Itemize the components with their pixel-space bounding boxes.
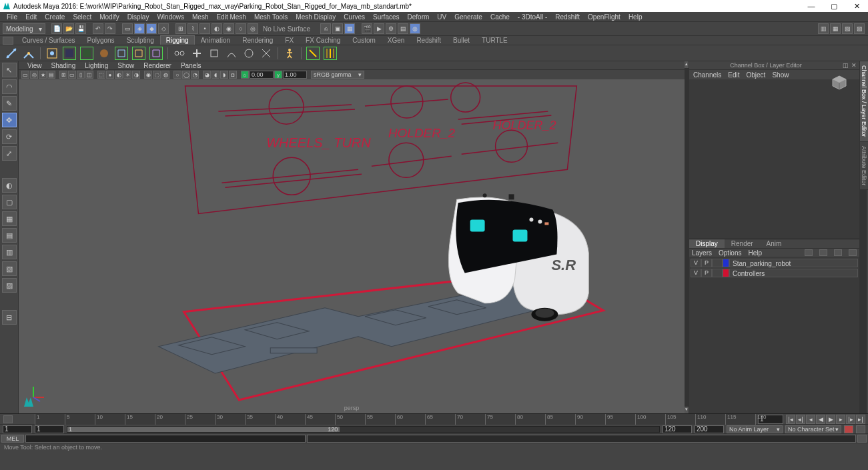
vp-menu-view[interactable]: View: [23, 62, 47, 69]
channel-menu-channels[interactable]: Channels: [693, 71, 721, 79]
select-component-button[interactable]: ◆: [146, 23, 157, 34]
layer-tab-anim[interactable]: Anim: [760, 239, 789, 248]
viewport-3d[interactable]: WHEELS_ TURN HOLDER_2 HOLDER_2: [19, 79, 685, 413]
vp-btn-image[interactable]: ▤: [47, 71, 55, 79]
step-back-button[interactable]: ◂: [806, 415, 815, 424]
highlight-button[interactable]: ▦: [344, 23, 355, 34]
command-input[interactable]: [25, 435, 306, 443]
menu-help[interactable]: Help: [624, 13, 646, 21]
vp-btn-gate[interactable]: ▯: [77, 71, 85, 79]
vp-btn-smooth[interactable]: ●: [106, 71, 114, 79]
shelf-icon-mirror-1[interactable]: [115, 47, 128, 60]
layer-menu-options[interactable]: Options: [719, 249, 741, 257]
undo-button[interactable]: ↶: [93, 23, 103, 34]
layout-button-1[interactable]: ▥: [818, 23, 829, 34]
menu-mesh-display[interactable]: Mesh Display: [292, 13, 340, 21]
snap-center-button[interactable]: ○: [236, 23, 246, 34]
layer-color-swatch[interactable]: [723, 259, 729, 267]
menu-edit-mesh[interactable]: Edit Mesh: [212, 13, 250, 21]
vp-colorspace-select[interactable]: sRGB gamma▾: [311, 71, 364, 79]
shelf-icon-joint[interactable]: [5, 47, 18, 60]
vp-btn-xrayj[interactable]: ◍: [161, 71, 169, 79]
menu-uv[interactable]: UV: [433, 13, 450, 21]
vp-btn-a[interactable]: ◖: [211, 71, 220, 79]
dock-tab-attribute-editor[interactable]: Attribute Editor: [860, 142, 868, 191]
vp-btn-res[interactable]: ◫: [85, 71, 93, 79]
viewcube-icon[interactable]: [831, 75, 847, 92]
shelf-tab-bullet[interactable]: Bullet: [447, 35, 476, 45]
shelf-tab-turtle[interactable]: TURTLE: [476, 35, 514, 45]
menu-select[interactable]: Select: [69, 13, 95, 21]
shelf-menu-button[interactable]: [3, 37, 13, 45]
vp-menu-lighting[interactable]: Lighting: [80, 62, 113, 69]
layer-visibility-toggle[interactable]: V: [691, 269, 701, 277]
vp-btn-lights[interactable]: ☀: [123, 71, 131, 79]
lasso-tool[interactable]: ◠: [2, 79, 17, 94]
shelf-icon-paint[interactable]: [97, 47, 111, 60]
panel-dock-icon[interactable]: ◫: [843, 61, 849, 70]
panel-close-icon[interactable]: ✕: [851, 61, 857, 70]
layout-uv[interactable]: ▨: [2, 278, 17, 293]
redo-button[interactable]: ↷: [105, 23, 115, 34]
vp-btn-bookmark[interactable]: ★: [39, 71, 47, 79]
ipr-button[interactable]: ▶: [374, 23, 384, 34]
vp-btn-shadows[interactable]: ◑: [132, 71, 140, 79]
dock-tab-channelbox[interactable]: Channel Box / Layer Editor: [860, 61, 868, 142]
vp-btn-film[interactable]: ▭: [68, 71, 76, 79]
layer-menu-help[interactable]: Help: [748, 249, 762, 257]
vp-menu-renderer[interactable]: Renderer: [139, 62, 176, 69]
layer-tab-display[interactable]: Display: [689, 239, 725, 248]
layer-visibility-toggle[interactable]: V: [691, 259, 701, 267]
shelf-icon-mirror-2[interactable]: [132, 47, 145, 60]
menu-cache[interactable]: Cache: [486, 13, 514, 21]
shelf-tab-fx[interactable]: FX: [279, 35, 300, 45]
vp-btn-msaa[interactable]: ◯: [182, 71, 190, 79]
construction-history-button[interactable]: ⎌: [320, 23, 331, 34]
layout-four[interactable]: ▦: [2, 211, 17, 226]
shelf-icon-constraint-6[interactable]: [260, 47, 273, 60]
menu-openflight[interactable]: OpenFlight: [584, 13, 624, 21]
vp-btn-c[interactable]: ◘: [229, 71, 237, 79]
layout-hyper[interactable]: ▧: [2, 261, 17, 276]
channel-menu-show[interactable]: Show: [772, 71, 789, 79]
minimize-button[interactable]: —: [800, 0, 823, 12]
layout-button-2[interactable]: ▦: [830, 23, 841, 34]
hypershade-button[interactable]: ◍: [410, 23, 420, 34]
range-end-inner[interactable]: 120: [663, 425, 692, 433]
shelf-icon-constraint-5[interactable]: [242, 47, 256, 60]
scale-tool[interactable]: ⤢: [2, 146, 17, 161]
layer-new-selected-button[interactable]: [849, 249, 857, 256]
menu-mesh-tools[interactable]: Mesh Tools: [250, 13, 292, 21]
maximize-button[interactable]: ▢: [823, 0, 845, 12]
save-scene-button[interactable]: 💾: [75, 23, 86, 34]
menu-surfaces[interactable]: Surfaces: [369, 13, 403, 21]
vp-gamma-input[interactable]: 1.00: [283, 71, 307, 79]
channel-menu-edit[interactable]: Edit: [728, 71, 739, 79]
render-settings-button[interactable]: ⚙: [386, 23, 396, 34]
vp-menu-shading[interactable]: Shading: [47, 62, 81, 69]
vp-btn-xray[interactable]: ◌: [153, 71, 161, 79]
shelf-tab-curves-surfaces[interactable]: Curves / Surfaces: [16, 35, 81, 45]
shelf-icon-constraint-2[interactable]: [190, 47, 203, 60]
menu-display[interactable]: Display: [123, 13, 153, 21]
layout-outliner[interactable]: ▤: [2, 228, 17, 243]
vp-btn-textured[interactable]: ◐: [115, 71, 123, 79]
layout-button-3[interactable]: ▧: [842, 23, 853, 34]
live-surface-button[interactable]: ◎: [248, 23, 258, 34]
toggle-isolate-button[interactable]: ▣: [332, 23, 343, 34]
play-forward-button[interactable]: ▶: [826, 415, 835, 424]
prefs-button[interactable]: [856, 425, 865, 433]
snap-point-button[interactable]: •: [199, 23, 210, 34]
layer-playback-toggle[interactable]: P: [701, 259, 712, 267]
go-to-end-button[interactable]: ▸|: [856, 415, 865, 424]
go-to-start-button[interactable]: |◂: [786, 415, 795, 424]
step-back-key-button[interactable]: ◂|: [796, 415, 805, 424]
vp-btn-exposure-icon[interactable]: ☼: [241, 71, 249, 79]
vp-btn-motion[interactable]: ◔: [191, 71, 199, 79]
vp-btn-b[interactable]: ◗: [220, 71, 228, 79]
layer-color-swatch[interactable]: [723, 269, 729, 277]
timeline-sound-button[interactable]: [3, 415, 13, 423]
menu-mesh[interactable]: Mesh: [188, 13, 212, 21]
shelf-icon-deform-2[interactable]: [324, 47, 337, 60]
time-slider[interactable]: 1510152025303540455055606570758085909510…: [0, 413, 868, 424]
